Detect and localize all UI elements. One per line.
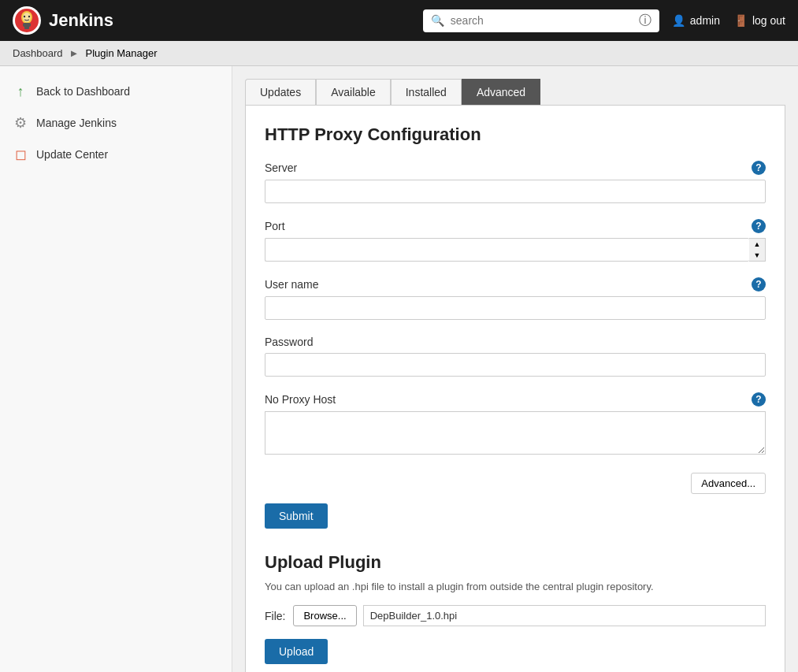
breadcrumb-separator: ► <box>69 47 80 59</box>
content-card: HTTP Proxy Configuration Server ? Port ? <box>245 105 785 672</box>
username-input[interactable] <box>265 296 766 320</box>
tab-updates[interactable]: Updates <box>245 79 316 105</box>
tab-available[interactable]: Available <box>316 79 391 105</box>
sidebar-item-update-center[interactable]: ◻ Update Center <box>0 139 232 170</box>
header: Jenkins 🔍 ⓘ 👤 admin 🚪 log out <box>0 0 798 41</box>
file-name-display: DepBuilder_1.0.hpi <box>363 605 766 626</box>
port-label-row: Port ? <box>265 219 766 233</box>
no-proxy-label: No Proxy Host <box>265 393 336 406</box>
port-up-btn[interactable]: ▲ <box>749 239 765 250</box>
upload-title: Upload Plugin <box>265 552 766 573</box>
puzzle-icon: ◻ <box>13 147 28 162</box>
main-layout: ↑ Back to Dashboard ⚙ Manage Jenkins ◻ U… <box>0 66 798 672</box>
sidebar-item-manage-jenkins[interactable]: ⚙ Manage Jenkins <box>0 107 232 139</box>
server-group: Server ? <box>265 161 766 203</box>
advanced-btn-row: Advanced... <box>265 473 766 494</box>
home-icon: ↑ <box>13 84 28 99</box>
password-group: Password <box>265 336 766 377</box>
breadcrumb-plugin-manager: Plugin Manager <box>85 47 157 59</box>
port-wrapper: ▲ ▼ <box>265 238 766 262</box>
no-proxy-label-row: No Proxy Host ? <box>265 392 766 407</box>
advanced-button[interactable]: Advanced... <box>691 473 766 494</box>
no-proxy-help-icon[interactable]: ? <box>752 392 766 407</box>
username-group: User name ? <box>265 277 766 320</box>
server-label: Server <box>265 162 297 174</box>
user-icon: 👤 <box>672 14 685 27</box>
username-label: admin <box>690 14 720 27</box>
submit-button[interactable]: Submit <box>265 503 328 529</box>
upload-description: You can upload an .hpi file to install a… <box>265 581 766 592</box>
sidebar-item-label-manage: Manage Jenkins <box>36 117 117 129</box>
username-help-icon[interactable]: ? <box>752 277 766 291</box>
sidebar-item-back-to-dashboard[interactable]: ↑ Back to Dashboard <box>0 76 232 107</box>
password-label: Password <box>265 336 313 348</box>
svg-point-4 <box>28 16 30 17</box>
header-user-area: 👤 admin 🚪 log out <box>672 14 785 27</box>
svg-point-3 <box>24 16 25 17</box>
logout-label: log out <box>752 14 785 27</box>
tab-advanced[interactable]: Advanced <box>462 79 540 105</box>
proxy-title: HTTP Proxy Configuration <box>265 124 766 145</box>
tab-installed[interactable]: Installed <box>391 79 462 105</box>
search-input[interactable] <box>451 14 633 27</box>
search-box[interactable]: 🔍 ⓘ <box>423 9 659 32</box>
no-proxy-input[interactable] <box>265 411 766 455</box>
no-proxy-host-group: No Proxy Host ? <box>265 392 766 457</box>
port-help-icon[interactable]: ? <box>752 219 766 233</box>
file-label: File: <box>265 610 285 622</box>
server-label-row: Server ? <box>265 161 766 175</box>
port-down-btn[interactable]: ▼ <box>749 250 765 261</box>
port-group: Port ? ▲ ▼ <box>265 219 766 262</box>
server-input[interactable] <box>265 180 766 203</box>
port-input[interactable] <box>265 238 749 262</box>
username-label: User name <box>265 278 318 291</box>
sidebar-item-label-update: Update Center <box>36 148 108 161</box>
breadcrumb-dashboard[interactable]: Dashboard <box>13 47 63 59</box>
port-label: Port <box>265 220 285 232</box>
main-content: Updates Available Installed Advanced HTT… <box>232 66 798 672</box>
sidebar: ↑ Back to Dashboard ⚙ Manage Jenkins ◻ U… <box>0 66 232 672</box>
help-icon[interactable]: ⓘ <box>639 13 651 29</box>
logout-button[interactable]: 🚪 log out <box>734 14 785 27</box>
password-label-row: Password <box>265 336 766 348</box>
password-input[interactable] <box>265 353 766 377</box>
tabs: Updates Available Installed Advanced <box>245 79 785 105</box>
user-info[interactable]: 👤 admin <box>672 14 720 27</box>
search-icon: 🔍 <box>431 14 444 27</box>
file-input-wrapper: Browse... DepBuilder_1.0.hpi <box>293 605 766 626</box>
breadcrumb: Dashboard ► Plugin Manager <box>0 41 798 66</box>
server-help-icon[interactable]: ? <box>752 161 766 175</box>
app-name: Jenkins <box>49 10 113 31</box>
gear-icon: ⚙ <box>13 115 28 131</box>
logout-icon: 🚪 <box>734 14 748 27</box>
upload-button[interactable]: Upload <box>265 639 328 664</box>
username-label-row: User name ? <box>265 277 766 291</box>
sidebar-item-label-back: Back to Dashboard <box>36 85 130 98</box>
port-spinner: ▲ ▼ <box>749 238 766 262</box>
jenkins-logo-icon <box>13 6 41 35</box>
svg-rect-6 <box>24 26 29 29</box>
browse-button[interactable]: Browse... <box>293 605 356 626</box>
header-logo: Jenkins <box>13 6 113 35</box>
file-row: File: Browse... DepBuilder_1.0.hpi <box>265 605 766 626</box>
